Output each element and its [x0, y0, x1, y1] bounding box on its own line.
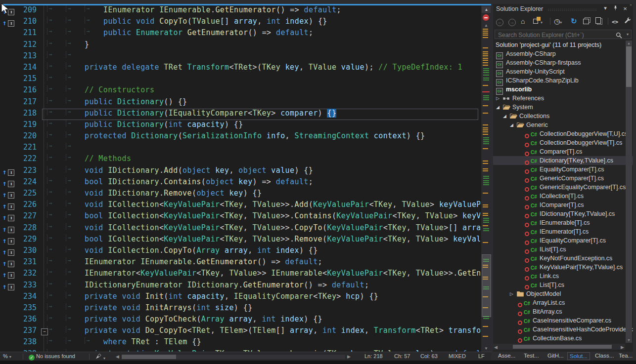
tree-scroll-down-icon[interactable]: ▼: [626, 338, 632, 342]
tree-item-file[interactable]: C#CollectionDebuggerView[T].cs: [493, 138, 633, 147]
refresh-icon[interactable]: ↻: [571, 17, 577, 26]
window-position-icon[interactable]: ▾: [601, 5, 609, 11]
tree-item-assembly-unityscript[interactable]: C#Assembly-UnityScript: [493, 67, 633, 76]
panel-tab-asse[interactable]: Asse...: [496, 352, 517, 359]
expanded-arrow-icon[interactable]: ◢: [510, 121, 513, 129]
line-number[interactable]: 218: [0, 109, 37, 118]
override-gutter-icon[interactable]: ↑I: [2, 200, 14, 211]
code-line[interactable]: ↑I226→→void ICollection<KeyValuePair<TKe…: [0, 200, 491, 211]
tree-item-solution-project-gui-11-[interactable]: Solution 'project-gui' (11 of 11 project…: [493, 40, 633, 49]
panel-tab-solut[interactable]: Solut...: [567, 352, 590, 360]
search-icon[interactable]: [616, 32, 622, 40]
code-cleanup-button[interactable]: ▾: [95, 353, 105, 361]
editor-horizontal-scrollbar[interactable]: [122, 355, 345, 359]
tree-item-file[interactable]: C#IList[T].cs: [493, 245, 633, 254]
drag-grip[interactable]: [547, 8, 597, 11]
code-line[interactable]: 211→→→public Enumerator GetEnumerator() …: [0, 28, 491, 40]
panel-tab-tea[interactable]: Tea...: [617, 352, 635, 359]
tree-item-file[interactable]: C#ArrayList.cs: [493, 298, 633, 307]
preview-selected-icon[interactable]: [595, 17, 601, 26]
tree-item-file[interactable]: C#Dictionary[TKey,TValue].cs: [493, 156, 633, 165]
code-line[interactable]: ↑I224→→bool IDictionary.Contains(object …: [0, 177, 491, 189]
line-number[interactable]: 217: [0, 97, 37, 106]
code-line[interactable]: ↑I228→→void ICollection<KeyValuePair<TKe…: [0, 223, 491, 235]
line-number[interactable]: 211: [0, 28, 37, 37]
back-icon[interactable]: ←: [496, 17, 503, 26]
view-code-icon[interactable]: <>: [612, 17, 618, 26]
tree-item-file[interactable]: C#List[T].cs: [493, 281, 633, 289]
line-number[interactable]: 219: [0, 120, 37, 129]
panel-tab-gith[interactable]: GitH...: [545, 352, 566, 359]
tree-item-file[interactable]: C#Comparer[T].cs: [493, 147, 633, 156]
tree-item-file[interactable]: C#IEqualityComparer[T].cs: [493, 236, 633, 245]
hscroll-left-icon[interactable]: ◀: [116, 354, 119, 359]
tree-item-system[interactable]: ◢System: [493, 103, 633, 112]
code-line[interactable]: 215→→: [0, 74, 491, 85]
code-line[interactable]: 238→→→where TRet : TElem {}: [0, 337, 491, 349]
panel-tab-test[interactable]: Test...: [522, 352, 541, 359]
tree-horizontal-scrollbar[interactable]: ◀ ▶: [493, 344, 625, 350]
expanded-arrow-icon[interactable]: ◢: [496, 103, 500, 112]
tree-item-file[interactable]: C#IComparer[T].cs: [493, 201, 633, 209]
properties-icon[interactable]: [624, 17, 632, 26]
code-line[interactable]: ↑I210→→→public void CopyTo(TValue[] arra…: [0, 17, 491, 28]
line-number[interactable]: 234: [0, 292, 37, 301]
tree-item-icsharpcode-sharpziplib[interactable]: C#ICSharpCode.SharpZipLib: [493, 76, 633, 85]
code-line[interactable]: ↑I227→→bool ICollection<KeyValuePair<TKe…: [0, 211, 491, 223]
override-gutter-icon[interactable]: ↑I: [2, 235, 14, 246]
tree-item-assembly-csharp[interactable]: C#Assembly-CSharp: [493, 49, 633, 58]
scroll-down-icon[interactable]: ▼: [481, 346, 491, 351]
search-input[interactable]: [497, 31, 598, 39]
tree-item-generic[interactable]: ◢Generic: [493, 121, 633, 129]
tree-item-file[interactable]: C#IEnumerable[T].cs: [493, 218, 633, 227]
code-line[interactable]: −237→→private void Do_CopyTo<TRet, TElem…: [0, 326, 491, 337]
code-line[interactable]: 217→→public Dictionary() {}: [0, 97, 491, 109]
tree-item-file[interactable]: C#Link.cs: [493, 272, 633, 281]
pending-changes-icon[interactable]: ◷▾: [554, 17, 562, 26]
tree-hscroll-thumb[interactable]: [513, 345, 612, 349]
hscroll-right-icon[interactable]: ▶: [347, 354, 351, 359]
code-line[interactable]: 239→→private static KeyValuePair<TKey, T…: [0, 349, 491, 352]
override-gutter-icon[interactable]: ↑I: [2, 166, 14, 177]
document-health[interactable]: ✓ No issues found: [29, 353, 75, 361]
code-line[interactable]: ↑I223→→void IDictionary.Add(object key, …: [0, 166, 491, 177]
expanded-arrow-icon[interactable]: ◢: [503, 112, 506, 121]
tree-item-collections[interactable]: ◢Collections: [493, 112, 633, 121]
collapse-all-icon[interactable]: [583, 17, 589, 26]
hscroll-thumb[interactable]: [122, 355, 176, 359]
code-line[interactable]: ↑I225→→void IDictionary.Remove(object ke…: [0, 189, 491, 200]
override-gutter-icon[interactable]: ↑I: [2, 17, 14, 28]
tree-item-file[interactable]: C#CaseInsensitiveHashCodeProvider.cs: [493, 325, 633, 334]
line-number[interactable]: 237: [0, 326, 37, 335]
code-line[interactable]: 222→→// Methods: [0, 154, 491, 165]
line-number[interactable]: 236: [0, 315, 37, 324]
code-line[interactable]: 220→→protected Dictionary(SerializationI…: [0, 131, 491, 143]
code-line[interactable]: ↑I229→→bool ICollection<KeyValuePair<TKe…: [0, 235, 491, 246]
code-line[interactable]: ↑I230→→void ICollection.CopyTo(Array arr…: [0, 246, 491, 257]
code-line[interactable]: 216→→// Constructors: [0, 85, 491, 97]
override-gutter-icon[interactable]: ↑I: [2, 281, 14, 292]
code-line[interactable]: 235→→private void InitArrays(int size) {…: [0, 303, 491, 315]
code-line[interactable]: 213→→: [0, 51, 491, 63]
tree-item-file[interactable]: C#GenericEqualityComparer[T].cs: [493, 183, 633, 192]
override-gutter-icon[interactable]: ↑I: [2, 177, 14, 189]
line-number[interactable]: 235: [0, 303, 37, 312]
tree-hscroll-right-icon[interactable]: ▶: [621, 345, 624, 350]
tree-item-file[interactable]: C#EqualityComparer[T].cs: [493, 165, 633, 174]
tree-item-file[interactable]: C#KeyValuePair[TKey,TValue].cs: [493, 263, 633, 272]
override-gutter-icon[interactable]: ↑I: [2, 223, 14, 235]
tree-vertical-scrollbar[interactable]: ▲ ▼: [626, 40, 632, 343]
tree-item-file[interactable]: C#CollectionBase.cs: [493, 334, 633, 343]
panel-tab-class[interactable]: Class...: [593, 352, 616, 359]
search-options-icon[interactable]: ▾: [627, 32, 629, 37]
collapsed-arrow-icon[interactable]: ▷: [496, 94, 500, 103]
tree-hscroll-left-icon[interactable]: ◀: [494, 345, 498, 350]
override-gutter-icon[interactable]: ↑I: [2, 211, 14, 223]
code-line[interactable]: 218→→public Dictionary(IEqualityComparer…: [0, 109, 491, 120]
line-number[interactable]: 220: [0, 131, 37, 140]
tree-item-file[interactable]: C#GenericComparer[T].cs: [493, 174, 633, 183]
line-number[interactable]: 213: [0, 51, 37, 60]
tree-item-file[interactable]: C#BitArray.cs: [493, 307, 633, 316]
line-number[interactable]: 215: [0, 74, 37, 83]
close-icon[interactable]: ×: [621, 5, 629, 12]
